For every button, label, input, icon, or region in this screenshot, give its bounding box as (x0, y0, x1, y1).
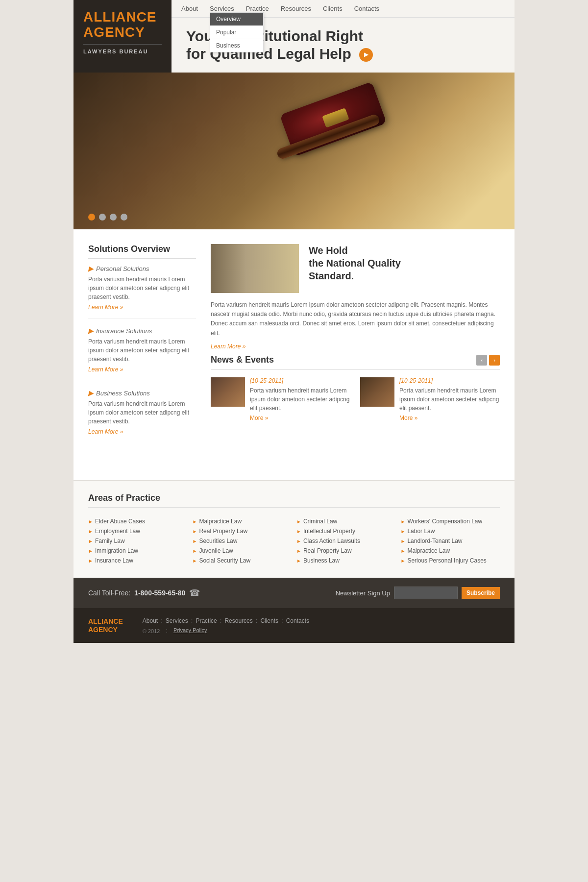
practice-col-3: ► Criminal Law ► Intellectual Property ►… (296, 516, 396, 565)
news-more-1[interactable]: More (250, 415, 350, 421)
business-solutions-link[interactable]: ▶ Business Solutions (88, 389, 196, 397)
practice-immigration[interactable]: ► Immigration Law (88, 546, 188, 556)
news-thumb-1 (211, 377, 245, 407)
quality-body-text: Porta variusm hendreit mauris Lorem ipsu… (211, 300, 500, 338)
practice-col-2: ► Malpractice Law ► Real Property Law ► … (193, 516, 292, 565)
practice-col-1: ► Elder Abuse Cases ► Employment Law ► F… (88, 516, 188, 565)
practice-business[interactable]: ► Business Law (296, 556, 396, 565)
bullet-icon: ► (193, 519, 197, 524)
bullet-icon: ► (88, 529, 93, 534)
practice-labor[interactable]: ► Labor Law (401, 526, 500, 536)
news-nav-arrows: ‹ › (476, 355, 500, 366)
quality-heading: We Hold the National Quality Standard. (309, 244, 500, 282)
news-prev-arrow[interactable]: ‹ (476, 355, 487, 366)
nav-services-dropdown[interactable]: Services Overview Popular Business (210, 5, 234, 12)
banner-dot-3[interactable] (110, 214, 117, 220)
bullet-icon: ► (296, 519, 301, 524)
nav-and-hero: About Services Overview Popular Business… (172, 0, 514, 73)
bullet-icon: ► (296, 548, 301, 554)
newsletter-input[interactable] (394, 587, 458, 599)
bullet-icon: ► (401, 519, 406, 524)
practice-title: Areas of Practice (88, 493, 500, 508)
bullet-icon: ► (88, 539, 93, 544)
footer-nav-contacts[interactable]: Contacts (286, 617, 309, 624)
practice-malpractice[interactable]: ► Malpractice Law (193, 516, 292, 526)
logo-subtitle: LAWYERS BUREAU (83, 49, 162, 54)
practice-family[interactable]: ► Family Law (88, 536, 188, 546)
footer-bottom: ALLIANCE AGENCY About : Services : Pract… (74, 608, 514, 643)
solutions-title: Solutions Overview (88, 244, 196, 259)
practice-malpractice-2[interactable]: ► Malpractice Law (401, 546, 500, 556)
bullet-icon: ► (193, 539, 197, 544)
practice-real-property[interactable]: ► Real Property Law (193, 526, 292, 536)
business-learn-more[interactable]: Learn More (88, 428, 196, 435)
news-title: News & Events (211, 355, 274, 365)
practice-intellectual[interactable]: ► Intellectual Property (296, 526, 396, 536)
footer-nav-col: About : Services : Practice : Resources … (143, 617, 309, 634)
nav-services[interactable]: Services (210, 5, 234, 12)
solutions-column: Solutions Overview ▶ Personal Solutions … (88, 244, 196, 451)
practice-landlord-tenant[interactable]: ► Landlord-Tenant Law (401, 536, 500, 546)
people-image (211, 244, 299, 293)
news-item-1: [10-25-2011] Porta variusm hendreit maur… (211, 377, 350, 421)
banner-dot-4[interactable] (121, 214, 127, 220)
bullet-icon: ► (401, 548, 406, 554)
news-thumb-2 (360, 377, 394, 407)
practice-employment[interactable]: ► Employment Law (88, 526, 188, 536)
news-more-2[interactable]: More (399, 415, 500, 421)
footer-nav-services[interactable]: Services (166, 617, 188, 624)
header: ALLIANCE AGENCY LAWYERS BUREAU About Ser… (74, 0, 514, 73)
practice-real-property-2[interactable]: ► Real Property Law (296, 546, 396, 556)
practice-criminal[interactable]: ► Criminal Law (296, 516, 396, 526)
footer-nav-practice[interactable]: Practice (196, 617, 217, 624)
insurance-solutions-link[interactable]: ▶ Insurance Solutions (88, 327, 196, 335)
nav-clients[interactable]: Clients (323, 5, 343, 12)
banner-dot-2[interactable] (99, 214, 106, 220)
orange-arrow-icon: ▶ (88, 389, 94, 397)
newsletter-block: Newsletter Sign Up Subscribe (336, 587, 500, 599)
practice-securities[interactable]: ► Securities Law (193, 536, 292, 546)
footer-logo: ALLIANCE AGENCY (88, 617, 123, 634)
phone-icon: ☎ (189, 588, 200, 598)
footer-copyright: © 2012 (143, 628, 160, 634)
banner-dot-1[interactable] (88, 214, 95, 220)
insurance-learn-more[interactable]: Learn More (88, 366, 196, 373)
footer-nav-clients[interactable]: Clients (260, 617, 278, 624)
logo-block: ALLIANCE AGENCY LAWYERS BUREAU (74, 0, 172, 73)
solution-personal: ▶ Personal Solutions Porta variusm hendr… (88, 265, 196, 319)
practice-social-security[interactable]: ► Social Security Law (193, 556, 292, 565)
practice-section: Areas of Practice ► Elder Abuse Cases ► … (74, 480, 514, 578)
news-next-arrow[interactable]: › (489, 355, 500, 366)
practice-juvenile[interactable]: ► Juvenile Law (193, 546, 292, 556)
footer-nav-resources[interactable]: Resources (224, 617, 252, 624)
practice-serious-injury[interactable]: ► Serious Personal Injury Cases (401, 556, 500, 565)
phone-number: 1-800-559-65-80 (134, 589, 185, 597)
practice-insurance[interactable]: ► Insurance Law (88, 556, 188, 565)
footer-privacy-link[interactable]: Privacy Policy (173, 627, 207, 633)
dropdown-popular[interactable]: Popular (210, 26, 263, 39)
quality-learn-more[interactable]: Learn More (211, 343, 500, 350)
practice-class-action[interactable]: ► Class Action Lawsuits (296, 536, 396, 546)
dropdown-overview[interactable]: Overview (210, 13, 263, 26)
dropdown-business[interactable]: Business (210, 39, 263, 52)
phone-block: Call Toll-Free: 1-800-559-65-80 ☎ (88, 588, 200, 598)
footer-nav-about[interactable]: About (143, 617, 158, 624)
personal-solutions-link[interactable]: ▶ Personal Solutions (88, 265, 196, 272)
solutions-quality-row: Solutions Overview ▶ Personal Solutions … (88, 244, 500, 451)
subscribe-button[interactable]: Subscribe (462, 587, 500, 599)
nav-about[interactable]: About (181, 5, 198, 12)
hero-play-button[interactable] (359, 48, 373, 62)
news-date-1: [10-25-2011] (250, 377, 350, 384)
nav-contacts[interactable]: Contacts (354, 5, 379, 12)
orange-arrow-icon: ▶ (88, 327, 94, 335)
practice-elder-abuse[interactable]: ► Elder Abuse Cases (88, 516, 188, 526)
solution-business: ▶ Business Solutions Porta variusm hendr… (88, 389, 196, 443)
nav-resources[interactable]: Resources (281, 5, 311, 12)
footer-nav: About : Services : Practice : Resources … (143, 617, 309, 624)
practice-workers-comp[interactable]: ► Workers' Compensation Law (401, 516, 500, 526)
personal-learn-more[interactable]: Learn More (88, 304, 196, 311)
bullet-icon: ► (296, 529, 301, 534)
banner-dots (88, 214, 127, 220)
bullet-icon: ► (193, 548, 197, 554)
nav-practice[interactable]: Practice (246, 5, 269, 12)
